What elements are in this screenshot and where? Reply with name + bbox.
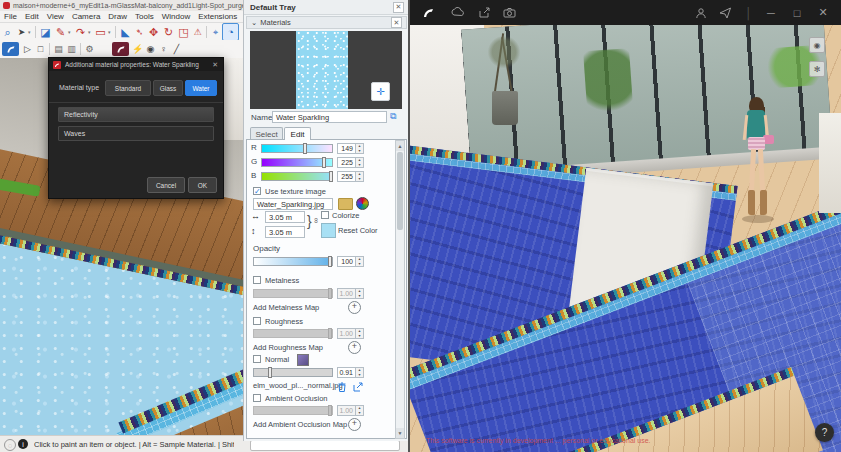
line-tool-icon[interactable]: ╱ [170,41,183,57]
viewport-settings-button[interactable]: ✻ [809,61,825,77]
roughness-slider[interactable] [253,329,333,338]
account-person-icon[interactable] [693,5,709,21]
orbit-tool-icon[interactable]: ◔ [222,23,239,41]
export-icon[interactable] [476,5,492,21]
roughness-checkbox[interactable] [253,317,261,325]
maximize-icon[interactable]: □ [789,5,805,21]
menu-camera[interactable]: Camera [68,12,104,21]
use-texture-checkbox[interactable]: ✓ [253,187,261,195]
chevron-down-icon[interactable]: ⌄ [251,18,257,27]
add-roughness-map-button[interactable]: + [348,341,361,354]
select-tool-icon[interactable]: ➤ [15,24,28,40]
open-cloud-icon[interactable] [450,5,466,21]
normal-map-thumbnail[interactable] [297,354,309,366]
b-value[interactable]: 255 [337,171,356,182]
shape-dropdown-caret[interactable]: ▾ [108,29,113,35]
camera-b-icon[interactable]: ▥ [65,41,78,57]
spin-down-arrow[interactable]: ▾ [356,149,363,154]
r-slider-thumb[interactable] [303,143,307,154]
shape-tool-icon[interactable]: ▭ [93,24,108,40]
lightning-tool-icon[interactable]: ⚡ [131,41,144,57]
spin-down-arrow[interactable]: ▾ [356,334,363,339]
spin-down-arrow[interactable]: ▾ [356,411,363,416]
type-standard-button[interactable]: Standard [105,80,151,96]
r-slider[interactable] [261,144,333,153]
add-material-button[interactable]: ✛ [371,82,390,101]
normal-value[interactable]: 0.91 [337,367,356,378]
colorize-checkbox[interactable] [321,211,329,219]
scroll-up-arrow[interactable]: ▲ [396,141,404,151]
ao-value[interactable]: 1.00 [337,405,356,416]
metalness-value[interactable]: 1.00 [337,288,356,299]
normal-slider-thumb[interactable] [268,367,272,378]
menu-view[interactable]: View [43,12,68,21]
zoom-tool-icon[interactable]: ⌕ [0,24,15,40]
ao-slider-thumb[interactable] [328,405,332,416]
paint-bucket-icon[interactable]: ◣ [118,24,133,40]
target-tool-icon[interactable]: ◉ [144,41,157,57]
color-wheel-icon[interactable] [356,197,369,210]
send-feedback-icon[interactable] [717,5,733,21]
settings-gear-icon[interactable]: ⚙ [83,41,96,57]
texture-file-field[interactable]: Water_Sparkling.jpg [253,198,333,210]
add-ao-map-button[interactable]: + [348,418,361,431]
menu-tools[interactable]: Tools [131,12,158,21]
measurements-box[interactable] [250,440,400,451]
tray-header[interactable]: Default Tray ✕ [244,0,408,15]
texture-height-field[interactable]: 3.05 m [265,226,305,238]
followme-tool-icon[interactable]: ➴ [133,24,146,40]
zoom-extents-icon[interactable]: ⌖ [209,24,222,40]
move-tool-icon[interactable]: ✥ [146,24,161,40]
spin-down-arrow[interactable]: ▾ [356,262,363,267]
opacity-value[interactable]: 100 [337,256,356,267]
texture-width-field[interactable]: 3.05 m [265,211,305,223]
spin-down-arrow[interactable]: ▾ [356,373,363,378]
r-value[interactable]: 149 [337,143,356,154]
minimize-icon[interactable]: ─ [763,5,779,21]
metalness-slider-thumb[interactable] [328,288,332,299]
materials-close-icon[interactable]: ✕ [391,17,402,28]
ao-slider[interactable] [253,406,333,415]
light-bulb-icon[interactable]: ♀ [157,41,170,57]
normal-slider[interactable] [253,368,333,377]
dialog-titlebar[interactable]: Additional material properties: Water Sp… [49,58,223,71]
b-slider[interactable] [261,172,333,181]
axes-warning-icon[interactable]: ⚠ [191,24,204,40]
menu-file[interactable]: File [0,12,21,21]
menu-draw[interactable]: Draw [104,12,131,21]
arc-tool-icon[interactable]: ↷ [73,24,88,40]
opacity-slider[interactable] [253,257,333,266]
type-glass-button[interactable]: Glass [153,80,183,96]
help-button[interactable]: ? [815,423,834,442]
dialog-close-icon[interactable]: ✕ [212,61,218,69]
cancel-button[interactable]: Cancel [147,177,185,193]
sketchup-logo-button[interactable] [2,42,19,56]
type-water-button[interactable]: Water [185,80,217,96]
roughness-slider-thumb[interactable] [328,328,332,339]
reset-color-label[interactable]: Reset Color [338,226,378,235]
roughness-value[interactable]: 1.00 [337,328,356,339]
tray-scrollbar[interactable]: ▲ ▼ [395,140,405,439]
tab-edit[interactable]: Edit [284,127,311,140]
browse-folder-icon[interactable] [338,198,353,210]
close-icon[interactable]: ✕ [815,5,831,21]
render-titlebar[interactable]: │ ─ □ ✕ [410,0,841,25]
ambient-occlusion-checkbox[interactable] [253,394,261,402]
play-animation-icon[interactable]: ▷ [21,41,34,57]
waves-section[interactable]: Waves [58,126,214,141]
rotate-tool-icon[interactable]: ↻ [161,24,176,40]
metalness-checkbox[interactable] [253,276,261,284]
b-slider-thumb[interactable] [329,171,333,182]
name-field[interactable]: Water Sparkling [272,111,387,123]
materials-section-header[interactable]: ⌄ Materials ✕ [246,16,407,29]
chain-link-icon[interactable]: ∞ [313,218,320,223]
reflectivity-section[interactable]: Reflectivity [58,107,214,122]
duplicate-icon[interactable]: ⧉ [390,111,396,122]
select-dropdown-caret[interactable]: ▾ [28,29,33,35]
camera-a-icon[interactable]: ▤ [52,41,65,57]
render-viewport[interactable]: ◉ ✻ This software is currently in develo… [410,25,841,452]
spin-down-arrow[interactable]: ▾ [356,294,363,299]
menu-edit[interactable]: Edit [21,12,43,21]
export-normal-map-icon[interactable] [352,379,364,391]
opacity-slider-thumb[interactable] [328,256,332,267]
